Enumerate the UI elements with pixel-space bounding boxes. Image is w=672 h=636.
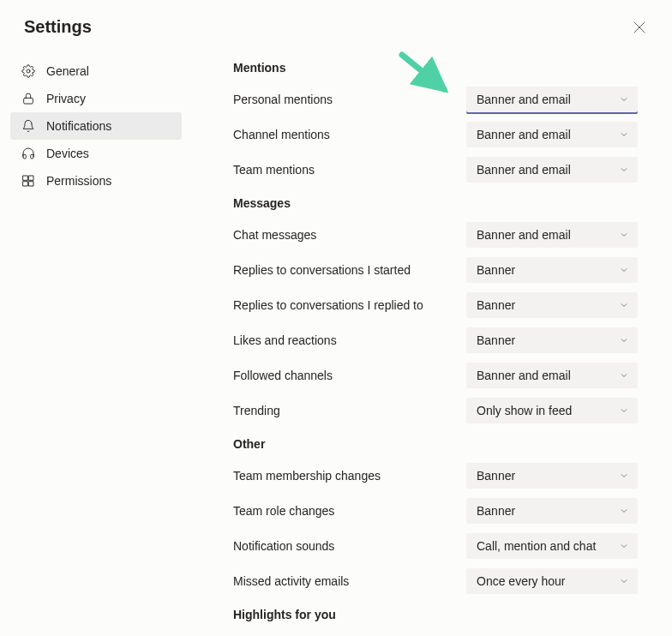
dropdown-replies-started[interactable]: Banner xyxy=(466,257,638,283)
chevron-down-icon xyxy=(619,94,629,105)
setting-row-trending: Trending Only show in feed xyxy=(233,398,638,423)
dropdown-likes-reactions[interactable]: Banner xyxy=(466,327,638,353)
chevron-down-icon xyxy=(619,265,629,275)
sidebar-item-label: Permissions xyxy=(46,174,111,188)
sidebar-item-privacy[interactable]: Privacy xyxy=(10,85,182,112)
chevron-down-icon xyxy=(619,335,629,345)
dropdown-followed-channels[interactable]: Banner and email xyxy=(466,363,638,388)
setting-row-channel-mentions: Channel mentions Banner and email xyxy=(233,122,638,147)
setting-row-likes-reactions: Likes and reactions Banner xyxy=(233,327,638,353)
sidebar: General Privacy Notifications Devices Pe… xyxy=(0,57,192,633)
gear-icon xyxy=(21,63,36,79)
dropdown-value: Banner and email xyxy=(477,163,571,177)
setting-row-team-mentions: Team mentions Banner and email xyxy=(233,157,638,183)
headphones-icon xyxy=(21,146,36,161)
dropdown-trending[interactable]: Only show in feed xyxy=(466,398,638,423)
dropdown-chat-messages[interactable]: Banner and email xyxy=(466,222,638,248)
setting-label: Likes and reactions xyxy=(233,333,337,347)
svg-point-2 xyxy=(27,69,30,73)
dropdown-value: Once every hour xyxy=(477,574,566,588)
setting-row-missed-emails: Missed activity emails Once every hour xyxy=(233,568,638,594)
section-heading-other: Other xyxy=(233,437,638,451)
section-heading-highlights: Highlights for you xyxy=(233,608,638,621)
setting-label: Channel mentions xyxy=(233,128,330,141)
setting-label: Team membership changes xyxy=(233,469,381,483)
setting-label: Trending xyxy=(233,404,280,417)
dropdown-value: Banner and email xyxy=(477,93,571,106)
setting-row-notification-sounds: Notification sounds Call, mention and ch… xyxy=(233,533,638,559)
dropdown-missed-emails[interactable]: Once every hour xyxy=(466,568,638,594)
page-title: Settings xyxy=(24,17,92,37)
dropdown-value: Only show in feed xyxy=(477,404,572,417)
sidebar-item-general[interactable]: General xyxy=(10,57,182,85)
sidebar-item-permissions[interactable]: Permissions xyxy=(10,167,182,195)
svg-rect-6 xyxy=(23,182,27,186)
chevron-down-icon xyxy=(619,300,629,310)
chevron-down-icon xyxy=(619,405,629,416)
bell-icon xyxy=(21,118,36,134)
grid-icon xyxy=(21,173,36,189)
chevron-down-icon xyxy=(619,129,629,140)
setting-row-replies-started: Replies to conversations I started Banne… xyxy=(233,257,638,283)
dropdown-channel-mentions[interactable]: Banner and email xyxy=(466,122,638,147)
setting-label: Personal mentions xyxy=(233,93,333,106)
chevron-down-icon xyxy=(619,576,629,586)
setting-row-team-membership: Team membership changes Banner xyxy=(233,463,638,489)
setting-label: Chat messages xyxy=(233,228,316,242)
section-heading-mentions: Mentions xyxy=(233,61,638,75)
sidebar-item-devices[interactable]: Devices xyxy=(10,140,182,167)
setting-label: Notification sounds xyxy=(233,539,334,553)
dropdown-value: Banner xyxy=(477,333,515,347)
dropdown-value: Banner xyxy=(477,504,515,518)
svg-rect-4 xyxy=(23,176,27,180)
dropdown-notification-sounds[interactable]: Call, mention and chat xyxy=(466,533,638,559)
setting-row-replies-replied: Replies to conversations I replied to Ba… xyxy=(233,292,638,318)
dropdown-value: Banner xyxy=(477,469,515,483)
svg-rect-5 xyxy=(29,176,33,180)
close-button[interactable] xyxy=(631,19,648,36)
setting-row-chat-messages: Chat messages Banner and email xyxy=(233,222,638,248)
dropdown-personal-mentions[interactable]: Banner and email xyxy=(466,87,638,112)
sidebar-item-label: Devices xyxy=(46,147,89,160)
sidebar-item-notifications[interactable]: Notifications xyxy=(10,112,182,140)
setting-row-personal-mentions: Personal mentions Banner and email xyxy=(233,87,638,112)
close-icon xyxy=(633,21,645,33)
setting-label: Replies to conversations I replied to xyxy=(233,298,423,312)
sidebar-item-label: Notifications xyxy=(46,119,111,133)
setting-row-team-role: Team role changes Banner xyxy=(233,498,638,524)
chevron-down-icon xyxy=(619,541,629,551)
chevron-down-icon xyxy=(619,230,629,240)
main-panel: Mentions Personal mentions Banner and em… xyxy=(192,57,672,633)
dropdown-value: Banner xyxy=(477,263,515,277)
chevron-down-icon xyxy=(619,165,629,175)
setting-label: Team role changes xyxy=(233,504,334,518)
setting-label: Team mentions xyxy=(233,163,315,177)
dropdown-value: Banner and email xyxy=(477,228,571,242)
svg-rect-3 xyxy=(24,98,33,104)
dropdown-team-mentions[interactable]: Banner and email xyxy=(466,157,638,183)
dropdown-team-membership[interactable]: Banner xyxy=(466,463,638,489)
setting-label: Missed activity emails xyxy=(233,574,349,588)
sidebar-item-label: General xyxy=(46,64,89,78)
dropdown-replies-replied[interactable]: Banner xyxy=(466,292,638,318)
dropdown-value: Banner xyxy=(477,298,515,312)
setting-label: Replies to conversations I started xyxy=(233,263,411,277)
dropdown-team-role[interactable]: Banner xyxy=(466,498,638,524)
lock-icon xyxy=(21,91,36,106)
chevron-down-icon xyxy=(619,471,629,481)
chevron-down-icon xyxy=(619,370,629,381)
section-heading-messages: Messages xyxy=(233,196,638,210)
dropdown-value: Call, mention and chat xyxy=(477,539,596,553)
setting-label: Followed channels xyxy=(233,369,333,382)
sidebar-item-label: Privacy xyxy=(46,92,86,105)
dropdown-value: Banner and email xyxy=(477,128,571,141)
setting-row-followed-channels: Followed channels Banner and email xyxy=(233,363,638,388)
svg-rect-7 xyxy=(29,182,33,186)
chevron-down-icon xyxy=(619,506,629,516)
dropdown-value: Banner and email xyxy=(477,369,571,382)
